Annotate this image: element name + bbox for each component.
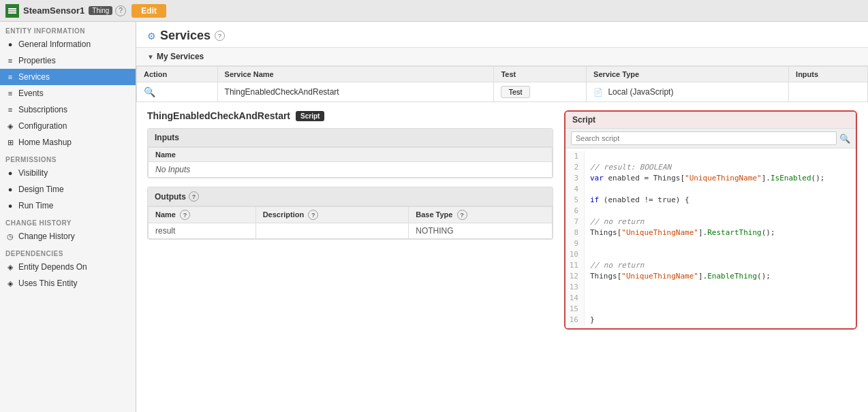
services-help-icon[interactable]: ? [215, 31, 225, 41]
line-content [585, 282, 856, 293]
sidebar-item-entity-depends-on[interactable]: ◈ Entity Depends On [0, 259, 136, 275]
sidebar-item-label: Subscriptions [18, 105, 67, 114]
test-cell: Test [494, 82, 587, 102]
entity-title: SteamSensor1 [23, 5, 84, 16]
line-number: 5 [565, 195, 585, 206]
output-name: result [149, 223, 256, 239]
sidebar-item-label: Entity Depends On [18, 262, 87, 272]
my-services-arrow-icon: ▼ [147, 53, 154, 61]
line-number: 8 [565, 227, 585, 238]
sidebar-item-label: Configuration [18, 121, 67, 131]
sidebar-item-home-mashup[interactable]: ⊞ Home Mashup [0, 134, 136, 150]
services-table: Action Service Name Test Service Type In… [136, 66, 868, 102]
line-number: 9 [565, 238, 585, 249]
line-number: 11 [565, 260, 585, 271]
out-name-help-icon[interactable]: ? [180, 210, 190, 220]
code-comment: // no return [590, 217, 644, 226]
sidebar-item-label: Visibility [18, 168, 48, 178]
services-header: ⚙ Services ? [136, 22, 868, 48]
events-icon: ≡ [5, 89, 15, 97]
line-number: 13 [565, 282, 585, 293]
script-panel-header: Script [565, 112, 856, 129]
row-search-icon[interactable]: 🔍 [144, 86, 155, 97]
sidebar-item-events[interactable]: ≡ Events [0, 85, 136, 101]
line-content [585, 238, 856, 249]
code-line: 2// result: BOOLEAN [565, 162, 856, 173]
sidebar-item-properties[interactable]: ≡ Properties [0, 52, 136, 69]
out-desc-help-icon[interactable]: ? [308, 210, 318, 220]
code-line: 10 [565, 249, 856, 260]
line-content: var enabled = Things["UniqueThingName"].… [585, 173, 856, 184]
service-type-icon: 📄 [593, 88, 603, 96]
services-icon: ≡ [5, 73, 15, 81]
code-line: 11// no return [565, 260, 856, 271]
sidebar-item-uses-this-entity[interactable]: ◈ Uses This Entity [0, 275, 136, 291]
run-time-icon: ● [5, 202, 15, 210]
outputs-help-icon[interactable]: ? [189, 191, 199, 202]
configuration-icon: ◈ [5, 122, 15, 131]
sidebar-item-services[interactable]: ≡ Services [0, 69, 136, 85]
dependencies-section-label: DEPENDENCIES [0, 244, 136, 259]
code-line: 7// no return [565, 217, 856, 227]
thing-detail-body: ThingEnabledCheckAndRestart Script Input… [136, 102, 868, 338]
keyword: var [590, 174, 604, 183]
line-number: 12 [565, 271, 585, 282]
script-search-input[interactable] [571, 131, 837, 145]
app-logo [5, 4, 19, 18]
script-badge: Script [296, 111, 324, 121]
help-icon[interactable]: ? [115, 5, 126, 16]
inputs-col-name: Name [149, 148, 553, 162]
code-line: 4 [565, 184, 856, 195]
line-number: 3 [565, 173, 585, 184]
my-services-label: My Services [157, 52, 204, 61]
code-editor[interactable]: 12// result: BOOLEAN3var enabled = Thing… [565, 148, 856, 328]
properties-icon: ≡ [5, 57, 15, 65]
col-service-name: Service Name [217, 67, 494, 82]
code-line: 9 [565, 238, 856, 249]
edit-button[interactable]: Edit [131, 4, 166, 18]
sidebar-item-label: Change History [18, 232, 75, 241]
no-inputs-cell: No Inputs [149, 162, 553, 178]
line-number: 15 [565, 304, 585, 315]
outputs-table: Name ? Description ? Base Type ? [148, 206, 553, 239]
code-line: 13 [565, 282, 856, 293]
code-line: 5if (enabled != true) { [565, 195, 856, 206]
sidebar-item-general-information[interactable]: ● General Information [0, 36, 136, 52]
out-col-basetype: Base Type ? [409, 207, 553, 223]
sidebar-item-change-history[interactable]: ◷ Change History [0, 228, 136, 244]
sidebar-item-configuration[interactable]: ◈ Configuration [0, 118, 136, 134]
sidebar-item-visibility[interactable]: ● Visibility [0, 165, 136, 181]
table-row: 🔍 ThingEnabledCheckAndRestart Test 📄 Loc… [137, 82, 868, 102]
code-line: 3var enabled = Things["UniqueThingName"]… [565, 173, 856, 184]
out-col-name: Name ? [149, 207, 256, 223]
service-name-cell[interactable]: ThingEnabledCheckAndRestart [217, 82, 494, 102]
code-line: 16} [565, 315, 856, 326]
entity-section-label: ENTITY INFORMATION [0, 22, 136, 36]
inputs-panel: Inputs Name No Inputs [147, 128, 553, 178]
home-mashup-icon: ⊞ [5, 138, 15, 147]
svg-rect-1 [8, 8, 16, 10]
test-button[interactable]: Test [501, 86, 529, 98]
sidebar-item-design-time[interactable]: ● Design Time [0, 181, 136, 197]
line-content: } [585, 315, 856, 326]
out-basetype-help-icon[interactable]: ? [457, 210, 467, 220]
sidebar-item-run-time[interactable]: ● Run Time [0, 197, 136, 214]
visibility-icon: ● [5, 169, 15, 177]
my-services-header[interactable]: ▼ My Services [136, 48, 868, 66]
no-inputs-row: No Inputs [149, 162, 553, 178]
line-number: 16 [565, 315, 585, 326]
page-title: Services [160, 29, 211, 43]
col-action: Action [137, 67, 218, 82]
output-description [255, 223, 409, 239]
line-content [585, 151, 856, 162]
string: "UniqueThingName" [621, 272, 698, 281]
sidebar-item-subscriptions[interactable]: ≡ Subscriptions [0, 101, 136, 118]
inputs-label: Inputs [155, 133, 179, 142]
code-comment: // result: BOOLEAN [590, 163, 671, 172]
main-layout: ENTITY INFORMATION ● General Information… [0, 22, 868, 412]
thing-detail-name: ThingEnabledCheckAndRestart [147, 110, 290, 121]
script-search-button[interactable]: 🔍 [839, 133, 850, 144]
inputs-table: Name No Inputs [148, 147, 553, 178]
line-number: 1 [565, 151, 585, 162]
col-test: Test [494, 67, 587, 82]
